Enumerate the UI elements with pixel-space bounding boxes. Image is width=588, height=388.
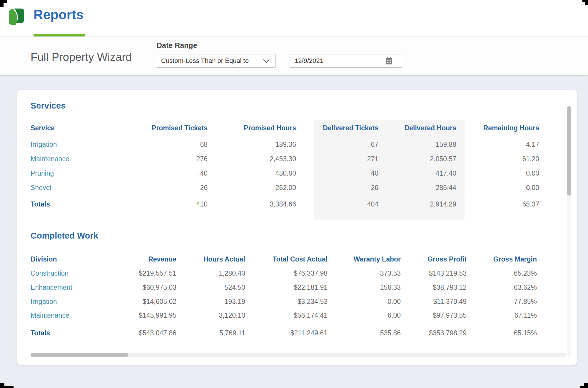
cell: 6.00 <box>328 309 401 323</box>
corner-mark <box>0 0 7 3</box>
cell: 40 <box>135 166 208 181</box>
table-row: Maintenance $145,991.95 3,120.10 $56,174… <box>31 309 566 323</box>
chevron-down-icon <box>263 59 270 63</box>
col-header-revenue: Revenue <box>123 252 176 266</box>
horizontal-scrollbar[interactable] <box>31 353 566 357</box>
cell: 193.19 <box>176 294 245 309</box>
filler-cell <box>537 323 566 343</box>
reports-page: Reports Full Property Wizard Date Range … <box>0 0 588 388</box>
service-link-maintenance[interactable]: Maintenance <box>31 152 135 166</box>
date-range-label: Date Range <box>157 41 197 50</box>
top-header-bar: Reports <box>0 0 588 37</box>
cell: 77.85% <box>467 294 537 309</box>
col-header-gross-margin: Gross Margin <box>467 252 537 266</box>
filler-cell <box>539 181 566 195</box>
division-link-maintenance[interactable]: Maintenance <box>31 309 123 323</box>
completed-work-heading: Completed Work <box>31 231 98 241</box>
cell: 2,453.30 <box>208 152 296 166</box>
cell: $56,174.41 <box>245 309 328 323</box>
cell: 40 <box>296 166 378 181</box>
table-row: Maintenance 276 2,453.30 271 2,050.57 61… <box>31 152 566 166</box>
cell: 26 <box>135 181 208 195</box>
corner-mark <box>580 386 584 388</box>
corner-mark <box>4 386 14 388</box>
filler-cell <box>539 137 566 152</box>
cell: 68 <box>135 137 208 152</box>
cell: $219,557.51 <box>123 266 176 280</box>
cell: $353,798.29 <box>401 323 467 343</box>
filler-cell <box>539 119 566 137</box>
division-link-irrigation[interactable]: Irrigation <box>31 294 123 309</box>
corner-mark <box>0 383 4 388</box>
cell: $14,605.02 <box>123 294 176 309</box>
service-link-shovel[interactable]: Shovel <box>31 181 135 195</box>
cell: 535.86 <box>328 323 401 343</box>
cell: 2,914.29 <box>378 195 456 213</box>
col-header-total-cost-actual: Total Cost Actual <box>245 252 328 266</box>
date-comparison-select[interactable]: Custom-Less Than or Equal to <box>157 54 276 68</box>
cell: 65.23% <box>467 266 537 280</box>
cell: 271 <box>296 152 378 166</box>
leaf-logo-icon <box>9 8 24 25</box>
cell: $543,047.86 <box>123 323 176 343</box>
cell: 65.15% <box>467 323 537 343</box>
date-input-value: 12/9/2021 <box>295 54 323 67</box>
cell: 4.17 <box>456 137 539 152</box>
calendar-icon[interactable] <box>385 57 392 65</box>
cell: 276 <box>135 152 208 166</box>
table-row: Irrigation 68 189.36 67 159.88 4.17 <box>31 137 566 152</box>
cell: 524.50 <box>176 280 245 294</box>
cell: 262.00 <box>208 181 296 195</box>
cell: 3,384.66 <box>208 195 296 213</box>
report-toolbar: Full Property Wizard Date Range Custom-L… <box>0 37 588 76</box>
col-header-delivered-tickets: Delivered Tickets <box>296 119 378 137</box>
tab-reports[interactable]: Reports <box>34 7 83 22</box>
col-header-delivered-hours: Delivered Hours <box>378 119 456 137</box>
report-title: Full Property Wizard <box>31 51 132 64</box>
cell: 480.00 <box>208 166 296 181</box>
cell: 417.40 <box>378 166 456 181</box>
filler-cell <box>537 309 566 323</box>
vertical-scrollbar[interactable] <box>567 106 571 357</box>
cell: 0.00 <box>328 294 401 309</box>
cell: 189.36 <box>208 137 296 152</box>
corner-mark <box>584 383 588 388</box>
service-link-irrigation[interactable]: Irrigation <box>31 137 135 152</box>
cell: 67 <box>296 137 378 152</box>
cell: 404 <box>296 195 378 213</box>
cell: 26 <box>296 181 378 195</box>
filler-cell <box>537 294 566 309</box>
filler-cell <box>537 280 566 294</box>
active-tab-underline <box>34 34 85 36</box>
filler-cell <box>539 195 566 213</box>
corner-mark <box>585 2 588 5</box>
services-header-row: Service Promised Tickets Promised Hours … <box>31 119 566 137</box>
table-row: Pruning 40 480.00 40 417.40 0.00 <box>31 166 566 181</box>
cell: 410 <box>135 195 208 213</box>
cell: $97,973.55 <box>401 309 467 323</box>
table-row: Shovel 26 262.00 26 286.44 0.00 <box>31 181 566 195</box>
cell: 286.44 <box>378 181 456 195</box>
cell: 1,280.40 <box>176 266 245 280</box>
col-header-waranty-labor: Waranty Labor <box>328 252 401 266</box>
horizontal-scrollbar-thumb[interactable] <box>31 353 128 357</box>
filler-cell <box>539 166 566 181</box>
cell: 65.37 <box>456 195 539 213</box>
division-link-construction[interactable]: Construction <box>31 266 123 280</box>
col-header-remaining-hours: Remaining Hours <box>456 119 539 137</box>
services-table: Service Promised Tickets Promised Hours … <box>31 119 566 213</box>
division-link-enhancement[interactable]: Enhancement <box>31 280 123 294</box>
report-card: Services Service Promised Tickets Promis… <box>17 90 577 365</box>
vertical-scrollbar-thumb[interactable] <box>567 106 571 196</box>
col-header-gross-profit: Gross Profit <box>401 252 467 266</box>
services-totals-row: Totals 410 3,384.66 404 2,914.29 65.37 <box>31 195 566 213</box>
service-link-pruning[interactable]: Pruning <box>31 166 135 181</box>
filler-cell <box>539 152 566 166</box>
date-input[interactable]: 12/9/2021 <box>290 54 402 68</box>
completed-work-header-row: Division Revenue Hours Actual Total Cost… <box>31 252 566 266</box>
completed-work-table: Division Revenue Hours Actual Total Cost… <box>31 252 566 343</box>
cell: $22,181.91 <box>245 280 328 294</box>
col-header-promised-tickets: Promised Tickets <box>135 119 208 137</box>
cell: 5,769.11 <box>176 323 245 343</box>
cell: $143,219.53 <box>401 266 467 280</box>
